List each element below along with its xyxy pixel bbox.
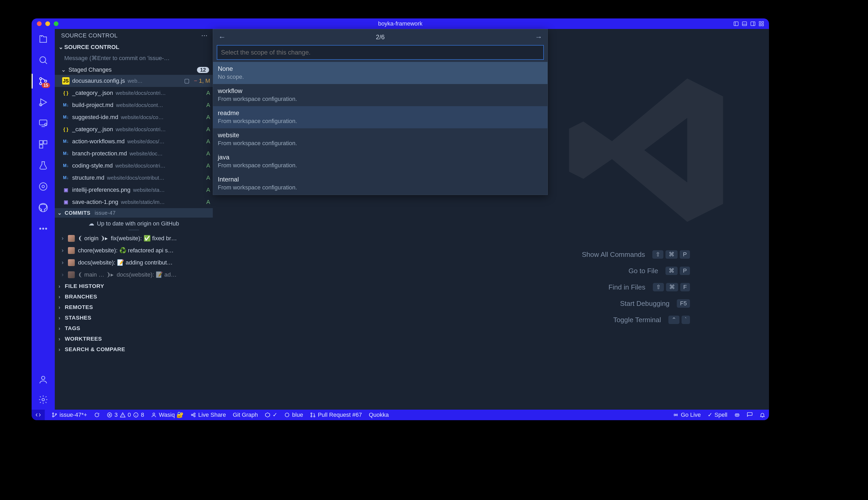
palette-item-java[interactable]: java From workspace configuration. xyxy=(213,150,547,172)
file-status: A xyxy=(205,90,210,96)
section-source-control[interactable]: ⌄ SOURCE CONTROL xyxy=(55,42,213,52)
commit-row[interactable]: › ❨ origin ❩▸ fix(website): ✅ fixed br… xyxy=(55,232,213,245)
section-remotes[interactable]: ›REMOTES xyxy=(55,302,213,312)
staged-file[interactable]: M↓ structure.md website/docs/contribut… … xyxy=(55,172,213,184)
status-pr[interactable]: Pull Request #67 xyxy=(310,411,362,418)
file-status: A xyxy=(205,162,210,169)
vscode-watermark xyxy=(558,60,737,240)
activity-bar: 15 xyxy=(32,29,55,410)
commit-message-input[interactable]: Message (⌘Enter to commit on 'issue-… xyxy=(64,53,209,63)
search-icon[interactable] xyxy=(37,54,49,66)
chevron-right-icon: › xyxy=(58,346,62,352)
palette-item-none[interactable]: None No scope. xyxy=(213,62,547,84)
gitlens-icon[interactable] xyxy=(37,180,49,193)
palette-item-internal[interactable]: Internal From workspace configuration. xyxy=(213,172,547,195)
section-tags[interactable]: ›TAGS xyxy=(55,323,213,333)
sidebar-more-icon[interactable]: ⋯ xyxy=(201,32,208,39)
palette-item-website[interactable]: website From workspace configuration. xyxy=(213,128,547,150)
status-feedback-icon[interactable] xyxy=(747,412,753,418)
staged-changes-header[interactable]: ⌄ Staged Changes 12 xyxy=(55,65,213,75)
svg-point-12 xyxy=(40,78,42,80)
svg-rect-9 xyxy=(762,24,763,26)
cmd-go-to-file: Go to File ⌘P xyxy=(629,266,690,275)
github-icon[interactable] xyxy=(37,201,49,214)
settings-gear-icon[interactable] xyxy=(37,393,49,406)
staged-file[interactable]: M↓ build-project.md website/docs/cont… A xyxy=(55,99,213,111)
zoom-window[interactable] xyxy=(54,21,58,26)
minimize-window[interactable] xyxy=(45,21,50,26)
explorer-icon[interactable] xyxy=(37,33,49,45)
section-search-compare[interactable]: ›SEARCH & COMPARE xyxy=(55,344,213,355)
status-bell-icon[interactable] xyxy=(760,412,765,418)
commits-header[interactable]: ⌄ COMMITS issue-47 xyxy=(55,208,213,218)
staged-file[interactable]: JS docusaurus.config.js web… ▢ − 1, M xyxy=(55,75,213,87)
layout-left-icon[interactable] xyxy=(733,21,739,26)
svg-point-29 xyxy=(46,228,47,229)
source-control-icon[interactable]: 15 xyxy=(37,75,49,88)
section-file-history[interactable]: ›FILE HISTORY xyxy=(55,281,213,291)
svg-rect-8 xyxy=(759,24,761,26)
svg-point-50 xyxy=(311,416,312,417)
chevron-right-icon: › xyxy=(58,336,62,342)
status-sync[interactable] xyxy=(94,412,100,418)
remote-indicator[interactable] xyxy=(32,410,45,420)
palette-item-workflow[interactable]: workflow From workspace configuration. xyxy=(213,84,547,106)
palette-forward-icon[interactable]: → xyxy=(535,33,542,41)
layout-right-icon[interactable] xyxy=(750,21,756,26)
layout-grid-icon[interactable] xyxy=(759,21,764,26)
svg-point-24 xyxy=(39,183,47,191)
testing-icon[interactable] xyxy=(37,159,49,172)
status-spell[interactable]: ✓ Spell xyxy=(708,411,727,418)
svg-rect-20 xyxy=(39,141,43,144)
status-liveshare[interactable]: Live Share xyxy=(190,411,226,418)
more-icon[interactable] xyxy=(37,222,49,235)
svg-point-25 xyxy=(42,185,45,188)
staged-file[interactable]: ▣ intellij-preferences.png website/sta… … xyxy=(55,184,213,196)
section-worktrees[interactable]: ›WORKTREES xyxy=(55,333,213,344)
file-status: A xyxy=(205,150,210,157)
staged-file[interactable]: M↓ action-workflows.md website/docs/… A xyxy=(55,135,213,148)
status-branch[interactable]: issue-47*+ xyxy=(51,411,87,418)
commit-row[interactable]: › ❨ main … ❩▸ docs(website): 📝 ad… xyxy=(55,269,213,281)
run-debug-icon[interactable] xyxy=(37,96,49,109)
cloud-icon: ☁ xyxy=(89,220,94,227)
status-user[interactable]: Wasiq 🔐 xyxy=(151,411,183,418)
staged-file[interactable]: { } _category_.json website/docs/contri…… xyxy=(55,123,213,135)
section-stashes[interactable]: ›STASHES xyxy=(55,312,213,323)
commit-row[interactable]: › docs(website): 📝 adding contribut… xyxy=(55,257,213,269)
open-file-icon[interactable]: ▢ xyxy=(184,78,189,84)
remote-explorer-icon[interactable] xyxy=(37,117,49,129)
status-quokka-color[interactable]: blue xyxy=(284,411,303,418)
svg-point-32 xyxy=(53,413,54,414)
accounts-icon[interactable] xyxy=(37,373,49,386)
status-quokka[interactable]: Quokka xyxy=(369,411,389,418)
palette-item-readme[interactable]: readme From workspace configuration. xyxy=(213,106,547,128)
commit-row[interactable]: › chore(website): ♻️ refactored api s… xyxy=(55,245,213,257)
file-image-icon: ▣ xyxy=(62,198,70,206)
file-status: A xyxy=(205,198,210,205)
layout-bottom-icon[interactable] xyxy=(742,21,748,26)
staged-file[interactable]: M↓ coding-style.md website/docs/contri… … xyxy=(55,160,213,172)
palette-back-icon[interactable]: ← xyxy=(218,33,226,41)
chevron-right-icon: › xyxy=(58,283,62,289)
status-prettier[interactable]: ✓ xyxy=(265,411,277,418)
svg-rect-0 xyxy=(734,22,738,26)
chevron-right-icon: › xyxy=(58,325,62,331)
chevron-right-icon: › xyxy=(62,235,65,242)
section-branches[interactable]: ›BRANCHES xyxy=(55,291,213,302)
staged-file[interactable]: M↓ suggested-ide.md website/docs/co… A xyxy=(55,111,213,123)
extensions-icon[interactable] xyxy=(37,138,49,151)
avatar xyxy=(68,235,75,242)
staged-file[interactable]: ▣ save-action-1.png website/static/im… A xyxy=(55,196,213,208)
status-gitgraph[interactable]: Git Graph xyxy=(233,411,258,418)
status-copilot-icon[interactable] xyxy=(734,412,740,418)
chevron-down-icon: ⌄ xyxy=(58,44,62,50)
file-status: A xyxy=(205,186,210,193)
status-problems[interactable]: 3 0 8 xyxy=(107,411,144,418)
cmd-find-in-files: Find in Files ⇧⌘F xyxy=(608,283,690,291)
staged-file[interactable]: { } _category_.json website/docs/contri…… xyxy=(55,87,213,99)
close-window[interactable] xyxy=(37,21,42,26)
status-golive[interactable]: Go Live xyxy=(673,411,701,418)
palette-input[interactable] xyxy=(217,45,544,60)
staged-file[interactable]: M↓ branch-protection.md website/doc… A xyxy=(55,148,213,160)
